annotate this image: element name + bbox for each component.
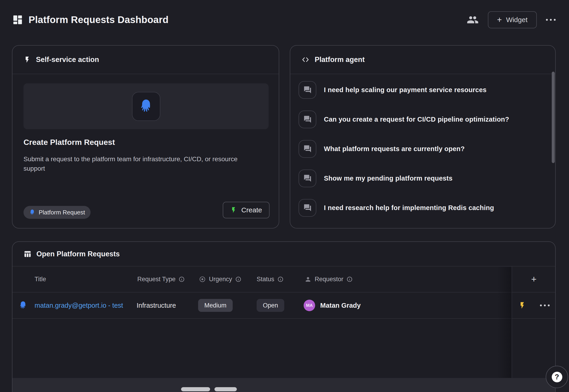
create-button[interactable]: Create xyxy=(223,202,270,218)
row-more-options-icon[interactable] xyxy=(540,293,550,318)
urgency-badge: Medium xyxy=(198,299,233,312)
horizontal-scrollbar[interactable] xyxy=(181,387,210,391)
row-entity-icon xyxy=(18,293,28,318)
action-title: Create Platform Request xyxy=(24,138,115,147)
table-card-title: Open Platform Requests xyxy=(36,250,120,258)
agent-suggestion[interactable]: Show me my pending platform requests xyxy=(290,164,555,193)
column-status[interactable]: Status xyxy=(257,266,283,292)
platform-agent-card-title: Platform agent xyxy=(315,56,365,64)
suggestion-label: Show me my pending platform requests xyxy=(324,175,453,182)
agent-suggestion[interactable]: What platform requests are currently ope… xyxy=(290,134,555,164)
more-options-icon[interactable] xyxy=(546,19,556,21)
requestor-name: Matan Grady xyxy=(320,302,361,309)
action-description: Submit a request to the platform team fo… xyxy=(24,154,249,173)
horizontal-scrollbar-secondary[interactable] xyxy=(214,387,237,391)
platform-requests-dashboard-page: Platform Requests Dashboard + Widget Sel… xyxy=(0,0,569,392)
requestor-avatar: MA xyxy=(304,300,315,311)
column-urgency-label: Urgency xyxy=(209,276,232,283)
suggestion-label: I need research help for implementing Re… xyxy=(324,204,494,212)
column-status-label: Status xyxy=(257,276,274,283)
suggestion-label: Can you create a request for CI/CD pipel… xyxy=(324,116,509,123)
info-icon[interactable] xyxy=(179,276,185,282)
create-button-label: Create xyxy=(241,206,262,214)
topbar: Platform Requests Dashboard + Widget xyxy=(12,9,556,31)
action-preview-panel xyxy=(24,83,269,129)
platform-request-tag[interactable]: Platform Request xyxy=(24,206,90,219)
table-icon xyxy=(24,250,31,258)
actions-column-divider xyxy=(512,266,512,378)
table-row[interactable]: matan.grady@getport.io - test Infrastruc… xyxy=(13,293,555,319)
dashboard-icon xyxy=(12,14,23,25)
octopus-icon xyxy=(138,98,154,115)
chat-icon xyxy=(299,111,316,128)
person-icon xyxy=(305,276,312,283)
column-requestor-label: Requestor xyxy=(315,276,343,283)
row-title-text[interactable]: matan.grady@getport.io - test xyxy=(35,302,123,309)
add-widget-label: Widget xyxy=(506,16,527,24)
question-mark-icon: ? xyxy=(552,372,562,382)
code-icon xyxy=(301,56,310,64)
vertical-scrollbar[interactable] xyxy=(552,72,555,163)
radio-icon xyxy=(199,276,206,283)
action-logo-tile xyxy=(132,92,160,121)
column-title-label: Title xyxy=(35,276,46,283)
agent-suggestion-list: I need help scaling our payment service … xyxy=(290,75,555,223)
topbar-actions: + Widget xyxy=(467,11,556,28)
table-card-header: Open Platform Requests xyxy=(13,242,555,266)
table-column-header-row: Title Request Type Urgency Status xyxy=(13,266,555,293)
suggestion-label: What platform requests are currently ope… xyxy=(324,145,465,153)
status-badge: Open xyxy=(257,299,284,312)
row-request-type: Infrastructure xyxy=(137,293,176,318)
info-icon[interactable] xyxy=(347,276,353,282)
chat-icon xyxy=(299,140,316,158)
agent-suggestion[interactable]: I need research help for implementing Re… xyxy=(290,193,555,223)
platform-agent-card: Platform agent I need help scaling our p… xyxy=(290,45,556,228)
column-title[interactable]: Title xyxy=(35,266,46,292)
self-service-card-header: Self-service action xyxy=(13,46,279,74)
chat-icon xyxy=(299,199,316,217)
platform-agent-card-header: Platform agent xyxy=(290,46,555,74)
chat-icon xyxy=(299,81,316,99)
row-requestor: MA Matan Grady xyxy=(304,293,361,318)
people-icon[interactable] xyxy=(467,14,479,26)
row-title-link[interactable]: matan.grady@getport.io - test xyxy=(35,293,123,318)
platform-request-tag-label: Platform Request xyxy=(39,209,85,216)
add-widget-button[interactable]: + Widget xyxy=(488,11,537,28)
lightning-icon-green xyxy=(230,207,237,213)
self-service-action-card: Self-service action Create Platform Requ… xyxy=(12,45,279,228)
row-status: Open xyxy=(257,293,284,318)
page-title: Platform Requests Dashboard xyxy=(28,14,169,25)
add-column-button[interactable]: + xyxy=(512,266,556,292)
help-button[interactable]: ? xyxy=(546,366,568,388)
row-request-type-text: Infrastructure xyxy=(137,302,176,309)
self-service-card-title: Self-service action xyxy=(36,56,99,64)
column-requestor[interactable]: Requestor xyxy=(305,266,353,292)
lightning-icon xyxy=(24,56,31,63)
column-request-type-label: Request Type xyxy=(137,276,175,283)
chat-icon xyxy=(299,169,316,187)
topbar-title-group: Platform Requests Dashboard xyxy=(12,14,169,25)
agent-suggestion[interactable]: Can you create a request for CI/CD pipel… xyxy=(290,105,555,134)
column-request-type[interactable]: Request Type xyxy=(137,266,185,292)
row-run-action-icon[interactable] xyxy=(518,293,526,318)
plus-icon: + xyxy=(497,16,502,24)
row-urgency: Medium xyxy=(198,293,233,318)
suggestion-label: I need help scaling our payment service … xyxy=(324,86,486,94)
info-icon[interactable] xyxy=(278,276,283,282)
agent-suggestion[interactable]: I need help scaling our payment service … xyxy=(290,75,555,105)
open-platform-requests-card: Open Platform Requests Title Request Typ… xyxy=(12,241,556,392)
column-urgency[interactable]: Urgency xyxy=(199,266,241,292)
info-icon[interactable] xyxy=(235,276,241,282)
table-footer-scrollbar-track xyxy=(13,378,555,392)
octopus-icon-small xyxy=(29,209,35,216)
